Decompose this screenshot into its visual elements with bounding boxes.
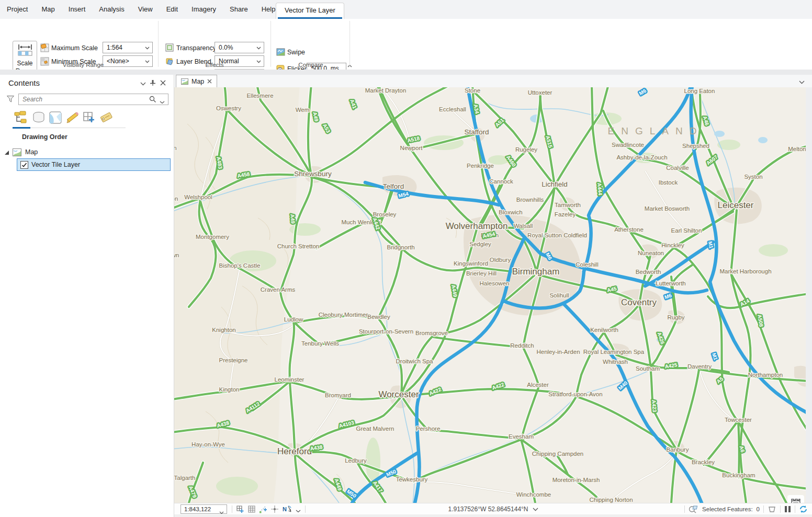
city-label: Ledbury (345, 457, 367, 464)
city-label: Bewdley (367, 314, 390, 320)
coordinate-readout[interactable]: 1.9137526°W 52.8645144°N (448, 505, 538, 513)
city-label: Rugby (667, 314, 684, 320)
building-icon[interactable] (787, 495, 804, 503)
close-icon[interactable] (207, 79, 212, 84)
chevron-down-icon (145, 47, 150, 50)
maximum-scale-dropdown[interactable]: 1:564 (103, 42, 153, 53)
city-label: Craven Arms (261, 286, 296, 293)
chevron-down-icon[interactable] (296, 508, 301, 514)
tab-vector-tile-layer-active[interactable]: Vector Tile Layer (276, 3, 344, 19)
road-label: A41 (349, 98, 358, 109)
tab-edit[interactable]: Edit (160, 0, 185, 19)
group-compare: Compare (272, 62, 349, 68)
city-label: Oldbury (490, 257, 511, 263)
layer-row-vector-tile-layer[interactable]: Vector Tile Layer (17, 158, 171, 171)
selection-polygon-icon[interactable] (768, 505, 776, 513)
city-label: Tamworth (555, 202, 581, 208)
city-label: Shepshed (682, 143, 709, 149)
close-icon[interactable] (160, 79, 168, 88)
road-label: M1 (707, 241, 714, 249)
pin-icon[interactable] (150, 79, 158, 88)
list-by-drawing-order-icon[interactable] (14, 110, 28, 125)
tree-item-map[interactable]: Map (0, 147, 174, 158)
city-label: Brackley (692, 459, 715, 465)
city-label: Sedgley (469, 241, 491, 247)
city-label: Alcester (527, 382, 549, 388)
tab-project[interactable]: Project (0, 0, 35, 19)
city-label: Market Harborough (719, 268, 771, 274)
list-by-data-source-icon[interactable] (31, 110, 46, 125)
city-label: Ludlow (284, 316, 303, 323)
city-label: Kington (219, 386, 239, 393)
selected-features-label: Selected Features: (702, 506, 753, 512)
swipe-label[interactable]: Swipe (287, 47, 305, 58)
list-by-selection-icon[interactable] (48, 110, 63, 125)
pause-icon[interactable] (784, 505, 791, 513)
road-label: A508 (757, 314, 764, 328)
city-label: Hinckley (661, 242, 684, 248)
city-label: Atherstone (614, 226, 644, 233)
city-label: Birmingham (512, 267, 560, 277)
city-label: Fazeley (555, 211, 576, 217)
map-view-tab[interactable]: Map (176, 75, 217, 87)
city-label: Walsall (514, 223, 533, 229)
snapping-icon[interactable] (259, 505, 267, 513)
layer-visibility-checkbox[interactable] (20, 161, 28, 169)
road-label: A449 (450, 284, 458, 298)
city-label: Presteigne (219, 357, 248, 363)
north-arrow-icon[interactable]: N (282, 505, 294, 513)
grid-icon[interactable] (247, 505, 256, 513)
road-label: A46 (702, 115, 710, 126)
map-scale-dropdown[interactable]: 1:843,122 (181, 504, 227, 514)
city-label: Stafford (464, 128, 489, 136)
city-label: Worcester (378, 389, 419, 399)
city-label: Hay-on-Wye (191, 441, 225, 447)
ribbon-bottom-gap (0, 70, 812, 75)
city-label: Henley-in-Arden (536, 349, 580, 355)
road-label: A49 (312, 111, 320, 122)
city-label: Cannock (489, 178, 513, 185)
editing-pencil-icon[interactable] (65, 110, 80, 125)
map-thumbnail-icon (13, 148, 21, 156)
search-input[interactable] (18, 94, 168, 105)
filter-icon[interactable] (6, 95, 15, 105)
city-label: Stone (465, 87, 480, 94)
road-label: A51 (494, 117, 505, 128)
search-icon[interactable] (149, 96, 156, 105)
city-label: Tenbury Wells (301, 340, 339, 347)
labeling-tag-icon[interactable] (98, 110, 113, 125)
tab-imagery[interactable]: Imagery (185, 0, 223, 19)
selected-features-icon (689, 505, 698, 513)
city-label: Tewkesbury (396, 476, 428, 482)
tab-view[interactable]: View (131, 0, 160, 19)
city-label: Brierley Hill (466, 270, 497, 277)
city-label: Bloxwich (499, 209, 522, 215)
snapping-grid-plus-icon[interactable] (82, 110, 96, 125)
map-grid-add-icon[interactable] (236, 505, 244, 513)
city-label: Coalville (666, 165, 689, 171)
expander-icon[interactable] (4, 150, 9, 155)
tab-map[interactable]: Map (35, 0, 61, 19)
map-canvas[interactable]: ENGLANDEllesmereOswestryWemMarket Drayto… (174, 87, 806, 503)
city-label: Evesham (509, 433, 534, 440)
city-label: Hereford (277, 446, 312, 456)
refresh-icon[interactable] (799, 505, 808, 513)
layer-name: Vector Tile Layer (31, 161, 80, 168)
chevron-down-icon[interactable] (799, 78, 805, 86)
tab-insert[interactable]: Insert (62, 0, 93, 19)
tab-share[interactable]: Share (223, 0, 255, 19)
city-label: Welshpool (184, 194, 212, 200)
city-label: Redditch (510, 342, 534, 349)
chevron-down-icon[interactable] (533, 508, 538, 511)
chevron-down-icon[interactable] (140, 79, 149, 88)
tab-analysis[interactable]: Analysis (92, 0, 131, 19)
city-label: Brownhills (516, 197, 544, 203)
group-effects: Effects (162, 62, 267, 68)
city-label: Kenilworth (590, 327, 618, 333)
chevron-down-icon[interactable] (160, 98, 165, 106)
transparency-dropdown[interactable]: 0.0% (215, 42, 264, 53)
selected-features-count[interactable]: 0 (757, 506, 760, 512)
crosshair-icon[interactable] (270, 505, 279, 513)
group-visibility-range: Visibility Range (13, 62, 154, 68)
city-label: Uttoxeter (528, 89, 552, 96)
